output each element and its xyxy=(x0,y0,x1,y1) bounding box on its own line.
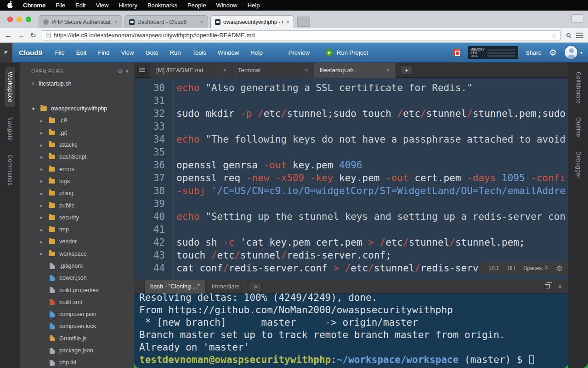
new-console-tab-button[interactable]: + xyxy=(250,282,262,291)
caret-collapsed-icon[interactable]: ▸ xyxy=(40,143,46,148)
tree-row[interactable]: ▸.git xyxy=(20,127,134,139)
sidebar-tab-commands[interactable]: Commands xyxy=(5,150,15,190)
window-close-button[interactable] xyxy=(7,17,13,22)
syntax-mode[interactable]: SH xyxy=(508,265,515,271)
tree-row[interactable]: ▸public xyxy=(20,199,134,211)
tab-close-icon[interactable]: × xyxy=(305,67,308,74)
ide-menu-find[interactable]: Find xyxy=(98,49,109,56)
browser-tab[interactable]: Dashboard - Cloud9× xyxy=(124,15,208,28)
tree-row[interactable]: package.json xyxy=(20,345,134,356)
ide-menu-edit[interactable]: Edit xyxy=(76,49,86,56)
tree-row[interactable]: .gitignore xyxy=(20,260,134,272)
browser-menu-icon[interactable] xyxy=(576,33,583,38)
editor-tab-m-readme-md[interactable]: [M] /README.md× xyxy=(151,63,232,78)
ide-menu-goto[interactable]: Goto xyxy=(145,49,158,56)
console-tab[interactable]: Immediate xyxy=(206,280,246,293)
ide-menu-help[interactable]: Help xyxy=(250,49,263,56)
code-editor[interactable]: 303132333435363738394041424344 echo "Als… xyxy=(134,78,568,280)
tab-close-icon[interactable]: × xyxy=(386,67,390,74)
menubar-item-chrome[interactable]: Chrome xyxy=(23,2,45,9)
console-tab[interactable]: bash - "Cloning ..." xyxy=(144,280,206,293)
tab-overview-button[interactable] xyxy=(571,14,583,23)
tree-row[interactable]: ▸.c9 xyxy=(20,115,134,126)
caret-collapsed-icon[interactable]: ▸ xyxy=(40,118,46,123)
indent-setting[interactable]: Spaces: 4 xyxy=(523,265,548,271)
forward-icon[interactable]: → xyxy=(17,32,25,39)
sidebar-tab-outline[interactable]: Outline xyxy=(573,113,583,142)
tree-row[interactable]: ▸bashScript xyxy=(20,151,134,163)
menubar-item-help[interactable]: Help xyxy=(248,2,260,9)
editor-tab-litestartup-sh[interactable]: litestartup.sh× xyxy=(314,63,396,78)
reload-icon[interactable]: ↻ xyxy=(30,32,36,39)
tab-close-icon[interactable]: × xyxy=(286,18,289,25)
tab-list-icon[interactable] xyxy=(137,66,147,75)
tree-row[interactable]: bower.json xyxy=(20,272,134,284)
tree-row[interactable]: ▸workspace xyxy=(20,248,134,260)
account-menu[interactable]: ▾ xyxy=(564,46,582,59)
caret-collapsed-icon[interactable]: ▸ xyxy=(40,239,46,244)
tab-close-icon[interactable]: × xyxy=(223,67,226,74)
terminal[interactable]: Resolving deltas: 100% (4249/4249), done… xyxy=(134,293,568,368)
tree-row[interactable]: build.xml xyxy=(20,296,134,308)
sidebar-tab-workspace[interactable]: Workspace xyxy=(5,67,15,107)
caret-collapsed-icon[interactable]: ▸ xyxy=(40,178,46,184)
tab-close-icon[interactable]: × xyxy=(200,18,204,25)
caret-collapsed-icon[interactable]: ▸ xyxy=(40,191,46,196)
open-file-item[interactable]: ×litestartup.sh xyxy=(20,78,134,89)
caret-collapsed-icon[interactable]: ▸ xyxy=(40,167,46,172)
tree-settings-icon[interactable]: ⚙ xyxy=(118,68,123,75)
caret-collapsed-icon[interactable]: ▸ xyxy=(40,227,46,232)
chevron-down-icon[interactable]: ▾ xyxy=(125,68,129,75)
browser-tab[interactable]: PHP Secure Authentication× xyxy=(39,15,122,28)
window-minimize-button[interactable] xyxy=(17,17,22,22)
tree-row[interactable]: ▸security xyxy=(20,212,134,224)
tree-row[interactable]: ▸errors xyxy=(20,163,134,175)
tree-row-root[interactable]: ▾owaspsecuritywithphp xyxy=(20,103,134,115)
ide-menu-run[interactable]: Run xyxy=(170,49,181,56)
ide-menu-view[interactable]: View xyxy=(121,49,134,56)
tree-row[interactable]: ▸attacks xyxy=(20,139,134,151)
menubar-item-bookmarks[interactable]: Bookmarks xyxy=(147,2,177,9)
caret-collapsed-icon[interactable]: ▸ xyxy=(40,155,46,160)
tree-row[interactable]: Gruntfile.js xyxy=(20,333,134,345)
close-panel-icon[interactable]: × xyxy=(558,283,562,290)
window-zoom-button[interactable] xyxy=(26,17,31,22)
preview-button[interactable]: Preview xyxy=(288,49,310,56)
ide-menu-file[interactable]: File xyxy=(55,49,65,56)
tree-row[interactable]: composer.lock xyxy=(20,320,134,332)
restore-panel-icon[interactable] xyxy=(545,284,550,288)
caret-collapsed-icon[interactable]: ▸ xyxy=(40,251,46,256)
editor-tab-terminal[interactable]: Terminal× xyxy=(232,63,314,78)
bookmark-star-icon[interactable]: ☆ xyxy=(551,32,557,39)
tree-row[interactable]: ▸vendor xyxy=(20,236,134,247)
ide-menu-tools[interactable]: Tools xyxy=(192,49,206,56)
tree-row[interactable]: ▸phing xyxy=(20,187,134,199)
tree-row[interactable]: php.ini xyxy=(20,356,134,368)
caret-collapsed-icon[interactable]: ▸ xyxy=(40,203,46,208)
browser-tab[interactable]: owaspsecuritywithphp - Cl...× xyxy=(210,15,294,28)
caret-expanded-icon[interactable]: ▾ xyxy=(32,106,38,111)
close-icon[interactable]: × xyxy=(31,80,35,87)
back-icon[interactable]: ← xyxy=(5,32,12,39)
new-editor-tab-button[interactable]: + xyxy=(401,65,413,75)
gear-icon[interactable]: ⚙ xyxy=(556,264,563,273)
new-tab-button[interactable] xyxy=(297,17,310,27)
status-icon-red[interactable] xyxy=(453,49,460,56)
cloud9-logo[interactable]: Cloud9 xyxy=(19,49,42,57)
collapse-menubar-button[interactable]: ◤ xyxy=(0,43,12,63)
menubar-item-history[interactable]: History xyxy=(119,2,137,9)
tree-row[interactable]: composer.json xyxy=(20,308,134,320)
menubar-item-edit[interactable]: Edit xyxy=(75,2,85,9)
menubar-item-window[interactable]: Window xyxy=(216,2,237,9)
caret-collapsed-icon[interactable]: ▸ xyxy=(40,130,46,135)
menubar-item-file[interactable]: File xyxy=(56,2,65,9)
menubar-item-view[interactable]: View xyxy=(96,2,108,9)
sidebar-tab-navigate[interactable]: Navigate xyxy=(5,112,15,145)
gear-icon[interactable]: ⚙ xyxy=(549,48,557,57)
menubar-item-people[interactable]: People xyxy=(187,2,206,9)
ide-menu-window[interactable]: Window xyxy=(218,49,239,56)
search-icon[interactable] xyxy=(566,33,571,37)
tree-row[interactable]: ▸logs xyxy=(20,175,134,187)
tree-row[interactable]: build.properties xyxy=(20,284,134,296)
run-project-button[interactable]: ▶ Run Project xyxy=(325,49,368,57)
